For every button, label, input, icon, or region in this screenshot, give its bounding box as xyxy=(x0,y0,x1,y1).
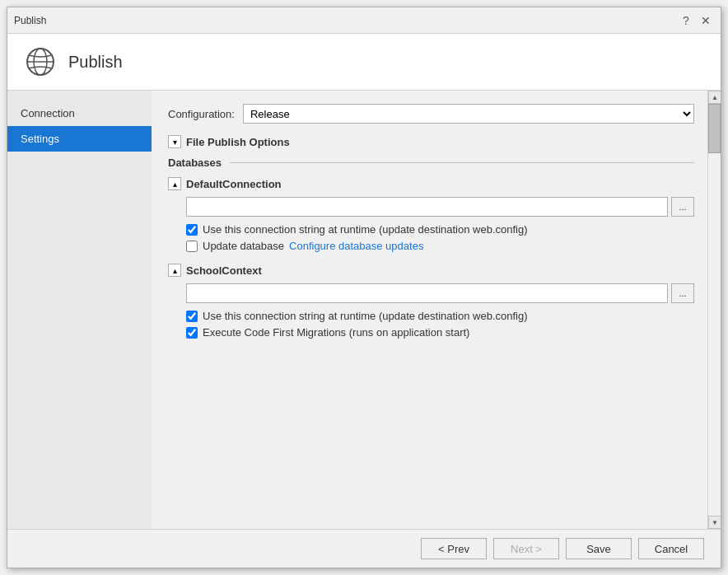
databases-label: Databases xyxy=(168,157,694,169)
sidebar: Connection Settings xyxy=(7,91,152,529)
scroll-area[interactable]: Configuration: Debug Release ▾ File Publ… xyxy=(152,91,721,529)
default-connection-section: ▴ DefaultConnection ... Use this connect… xyxy=(168,177,694,252)
school-context-use-runtime-row: Use this connection string at runtime (u… xyxy=(186,310,694,322)
sidebar-item-connection[interactable]: Connection xyxy=(7,101,152,126)
title-bar: Publish ? ✕ xyxy=(7,7,721,34)
scroll-up-arrow[interactable]: ▲ xyxy=(708,91,721,104)
configuration-select[interactable]: Debug Release xyxy=(243,104,694,124)
school-context-collapse-icon: ▴ xyxy=(173,266,177,275)
school-context-execute-migrations-label: Execute Code First Migrations (runs on a… xyxy=(203,326,469,339)
main-content: Configuration: Debug Release ▾ File Publ… xyxy=(152,91,721,529)
default-connection-collapse-btn[interactable]: ▴ xyxy=(168,177,181,190)
configuration-row: Configuration: Debug Release xyxy=(168,104,694,124)
school-context-use-runtime-checkbox[interactable] xyxy=(186,311,198,322)
collapse-arrow-icon: ▾ xyxy=(173,138,177,147)
file-publish-options-section: ▾ File Publish Options xyxy=(168,135,694,148)
footer: < Prev Next > Save Cancel xyxy=(7,529,721,568)
default-connection-input-row: ... xyxy=(186,197,694,217)
school-context-input-row: ... xyxy=(186,283,694,303)
default-connection-update-db-row: Update database Configure database updat… xyxy=(186,240,694,252)
school-context-section: ▴ SchoolContext ... Use this connection … xyxy=(168,264,694,339)
file-publish-options-label: File Publish Options xyxy=(186,136,290,148)
configure-database-updates-link[interactable]: Configure database updates xyxy=(289,240,423,252)
default-connection-use-runtime-row: Use this connection string at runtime (u… xyxy=(186,223,694,236)
publish-dialog: Publish ? ✕ Publish Connection Se xyxy=(7,7,721,568)
default-connection-input[interactable] xyxy=(186,197,668,217)
default-connection-collapse-icon: ▴ xyxy=(173,180,177,189)
dialog-header: Publish xyxy=(7,34,721,91)
databases-label-text: Databases xyxy=(168,157,222,169)
school-context-browse-btn[interactable]: ... xyxy=(671,283,694,303)
next-button[interactable]: Next > xyxy=(493,538,559,559)
sidebar-item-connection-label: Connection xyxy=(21,107,75,119)
help-button[interactable]: ? xyxy=(678,12,694,29)
header-title: Publish xyxy=(68,53,123,72)
default-connection-use-runtime-label: Use this connection string at runtime (u… xyxy=(203,223,528,236)
save-button[interactable]: Save xyxy=(566,538,632,559)
dialog-body: Connection Settings Configuration: Debug… xyxy=(7,91,721,529)
sidebar-item-settings-label: Settings xyxy=(21,133,59,145)
scroll-track[interactable] xyxy=(708,104,721,516)
school-context-name: SchoolContext xyxy=(186,264,262,277)
default-connection-use-runtime-checkbox[interactable] xyxy=(186,224,198,236)
file-publish-collapse-btn[interactable]: ▾ xyxy=(168,135,181,148)
school-context-collapse-btn[interactable]: ▴ xyxy=(168,264,181,277)
title-bar-left: Publish xyxy=(14,15,46,26)
school-context-execute-migrations-row: Execute Code First Migrations (runs on a… xyxy=(186,326,694,339)
close-button[interactable]: ✕ xyxy=(698,12,714,29)
school-context-header: ▴ SchoolContext xyxy=(168,264,694,277)
default-connection-name: DefaultConnection xyxy=(186,178,282,190)
sidebar-item-settings[interactable]: Settings xyxy=(7,126,152,152)
scroll-down-arrow[interactable]: ▼ xyxy=(708,516,721,529)
title-bar-title: Publish xyxy=(14,15,46,26)
default-connection-update-db-checkbox[interactable] xyxy=(186,241,198,252)
scroll-thumb[interactable] xyxy=(708,104,721,153)
school-context-use-runtime-label: Use this connection string at runtime (u… xyxy=(203,310,528,322)
school-context-execute-migrations-checkbox[interactable] xyxy=(186,327,198,339)
databases-section: Databases ▴ DefaultConnection ... xyxy=(168,157,694,339)
school-context-input[interactable] xyxy=(186,283,668,303)
default-connection-update-db-label: Update database xyxy=(203,240,284,252)
cancel-button[interactable]: Cancel xyxy=(638,538,704,559)
configuration-label: Configuration: xyxy=(168,108,235,120)
prev-button[interactable]: < Prev xyxy=(421,538,487,559)
configuration-select-wrapper: Debug Release xyxy=(243,104,694,124)
right-scrollbar[interactable]: ▲ ▼ xyxy=(707,91,721,529)
publish-icon xyxy=(24,45,57,78)
title-bar-buttons: ? ✕ xyxy=(678,12,714,29)
default-connection-header: ▴ DefaultConnection xyxy=(168,177,694,190)
default-connection-browse-btn[interactable]: ... xyxy=(671,197,694,217)
